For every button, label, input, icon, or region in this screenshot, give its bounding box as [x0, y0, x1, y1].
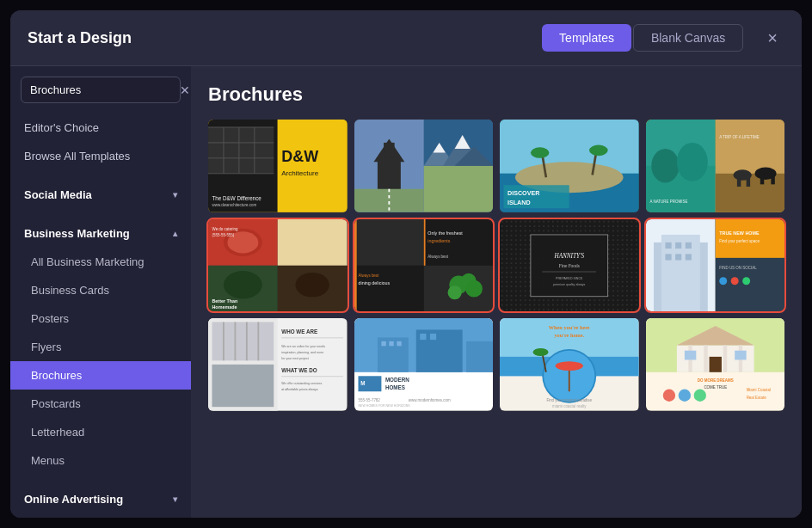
- close-button[interactable]: ×: [760, 25, 784, 52]
- svg-rect-128: [281, 377, 343, 378]
- svg-point-175: [678, 390, 690, 402]
- search-box: ✕: [21, 77, 181, 103]
- sidebar-item-menus[interactable]: Menus: [10, 446, 191, 475]
- sidebar-item-flyers[interactable]: Flyers: [10, 333, 191, 361]
- template-card-t6[interactable]: Only the freshest ingredients Always bes…: [354, 219, 494, 312]
- svg-point-65: [224, 271, 262, 298]
- svg-rect-135: [466, 341, 493, 372]
- svg-text:555-55-7782: 555-55-7782: [358, 398, 380, 402]
- svg-text:A TRIP OF A LIFETIME: A TRIP OF A LIFETIME: [719, 135, 760, 139]
- svg-rect-55: [771, 174, 774, 185]
- svg-text:Find your perfect space: Find your perfect space: [719, 239, 760, 243]
- svg-text:NEW HOMES FOR NEW HORIZONS: NEW HOMES FOR NEW HORIZONS: [358, 404, 410, 408]
- chevron-up-icon: ▴: [173, 229, 177, 238]
- svg-text:The D&W Difference: The D&W Difference: [212, 195, 261, 201]
- svg-rect-104: [665, 254, 671, 260]
- svg-rect-77: [423, 219, 425, 266]
- svg-text:HANNITY'S: HANNITY'S: [553, 253, 584, 260]
- svg-rect-20: [423, 166, 493, 212]
- template-card-t8[interactable]: TRUE NEW HOME Find your perfect space FI…: [646, 219, 785, 312]
- modal: Start a Design Templates Blank Canvas × …: [10, 10, 802, 518]
- sidebar-item-social-media[interactable]: Social Media ▾: [10, 181, 191, 209]
- svg-text:Always best: Always best: [358, 273, 379, 278]
- sidebar-item-letterhead[interactable]: Letterhead: [10, 418, 191, 446]
- template-card-t2[interactable]: [354, 120, 494, 212]
- svg-point-156: [533, 348, 549, 356]
- modal-overlay: Start a Design Templates Blank Canvas × …: [0, 0, 812, 528]
- template-card-t10[interactable]: M MODERN HOMES 555-55-7782 www.modernhom…: [354, 318, 494, 411]
- svg-rect-117: [212, 365, 274, 407]
- svg-text:Only the freshest: Only the freshest: [428, 230, 463, 236]
- svg-rect-137: [389, 341, 393, 346]
- search-clear-button[interactable]: ✕: [180, 83, 190, 97]
- template-card-t7[interactable]: HANNITY'S Fine Foods PREPARED SINCE prem…: [500, 219, 639, 312]
- svg-rect-7: [208, 127, 274, 174]
- svg-text:Find your tropical paradise: Find your tropical paradise: [546, 398, 592, 402]
- svg-rect-59: [278, 219, 348, 266]
- template-card-t4[interactable]: A TRIP OF A LIFETIME A NATURE PROMISE: [646, 120, 785, 212]
- svg-point-174: [662, 390, 674, 402]
- svg-text:www.modernhomes.com: www.modernhomes.com: [408, 398, 450, 402]
- svg-rect-76: [354, 219, 357, 312]
- template-card-t1[interactable]: D&W Architecture The D&W Difference ww: [208, 120, 348, 212]
- svg-text:miami coastal realty: miami coastal realty: [552, 404, 587, 408]
- svg-rect-116: [212, 322, 274, 361]
- svg-point-176: [693, 390, 705, 402]
- svg-rect-101: [665, 243, 671, 249]
- svg-point-112: [742, 277, 750, 285]
- modal-body: ✕ Editor's Choice Browse All Templates: [10, 66, 802, 518]
- template-card-t3[interactable]: DISCOVER ISLAND: [500, 120, 639, 212]
- svg-point-66: [295, 273, 329, 298]
- svg-text:COME TRUE: COME TRUE: [704, 385, 727, 390]
- svg-text:MODERN: MODERN: [384, 378, 409, 384]
- tab-blank-canvas[interactable]: Blank Canvas: [633, 24, 743, 52]
- svg-text:PREPARED SINCE: PREPARED SINCE: [556, 277, 583, 280]
- svg-rect-138: [397, 341, 401, 346]
- sidebar-item-browse-all[interactable]: Browse All Templates: [10, 142, 191, 170]
- svg-rect-52: [746, 175, 749, 187]
- svg-text:premium quality always: premium quality always: [553, 283, 585, 286]
- svg-rect-136: [381, 341, 385, 346]
- svg-text:for your next project: for your next project: [281, 358, 309, 361]
- template-card-t11[interactable]: When you're here you're home. Find your …: [500, 318, 639, 411]
- svg-text:Always best: Always best: [428, 255, 449, 259]
- svg-text:Homemade: Homemade: [212, 304, 237, 310]
- sidebar-item-editors-choice[interactable]: Editor's Choice: [10, 114, 191, 142]
- sidebar-item-brochures[interactable]: Brochures: [10, 361, 191, 390]
- svg-text:HOMES: HOMES: [384, 385, 404, 391]
- svg-text:We are an online for your need: We are an online for your needs: [281, 345, 325, 348]
- svg-text:ISLAND: ISLAND: [508, 200, 531, 206]
- search-input[interactable]: [30, 83, 175, 96]
- svg-text:at affordable prices always: at affordable prices always: [281, 389, 318, 392]
- sidebar: ✕ Editor's Choice Browse All Templates: [10, 66, 191, 518]
- svg-rect-171: [735, 351, 746, 360]
- svg-rect-4: [278, 120, 348, 212]
- svg-text:M: M: [360, 380, 365, 386]
- svg-text:Fine Foods: Fine Foods: [559, 262, 580, 267]
- sidebar-item-business-cards[interactable]: Business Cards: [10, 276, 191, 304]
- sidebar-item-business-marketing[interactable]: Business Marketing ▴: [10, 219, 191, 248]
- svg-rect-123: [281, 338, 343, 339]
- svg-text:WHO WE ARE: WHO WE ARE: [281, 328, 317, 335]
- svg-rect-102: [675, 243, 681, 249]
- template-card-t9[interactable]: WHO WE ARE We are an online for your nee…: [208, 318, 348, 411]
- tab-templates[interactable]: Templates: [542, 24, 631, 52]
- svg-text:Better Than: Better Than: [212, 298, 237, 304]
- sidebar-item-all-business-marketing[interactable]: All Business Marketing: [10, 248, 191, 276]
- chevron-down-icon-2: ▾: [173, 494, 177, 504]
- svg-rect-105: [675, 254, 681, 260]
- svg-text:DISCOVER: DISCOVER: [508, 190, 540, 197]
- svg-rect-106: [685, 254, 691, 260]
- svg-rect-72: [354, 219, 424, 266]
- svg-rect-166: [704, 346, 707, 372]
- sidebar-item-online-advertising[interactable]: Online Advertising ▾: [10, 485, 191, 513]
- template-card-t5[interactable]: Better Than Homemade We do catering (555…: [208, 219, 348, 312]
- svg-rect-170: [684, 351, 695, 360]
- svg-text:Miami Coastal: Miami Coastal: [746, 389, 770, 393]
- template-card-t12[interactable]: DO MORE DREAMS COME TRUE Miami Coastal R…: [646, 318, 785, 411]
- svg-text:(555-55-555): (555-55-555): [212, 232, 234, 236]
- sidebar-item-posters[interactable]: Posters: [10, 304, 191, 333]
- svg-text:ingredients: ingredients: [428, 238, 451, 243]
- sidebar-item-postcards[interactable]: Postcards: [10, 390, 191, 418]
- svg-rect-103: [685, 243, 691, 249]
